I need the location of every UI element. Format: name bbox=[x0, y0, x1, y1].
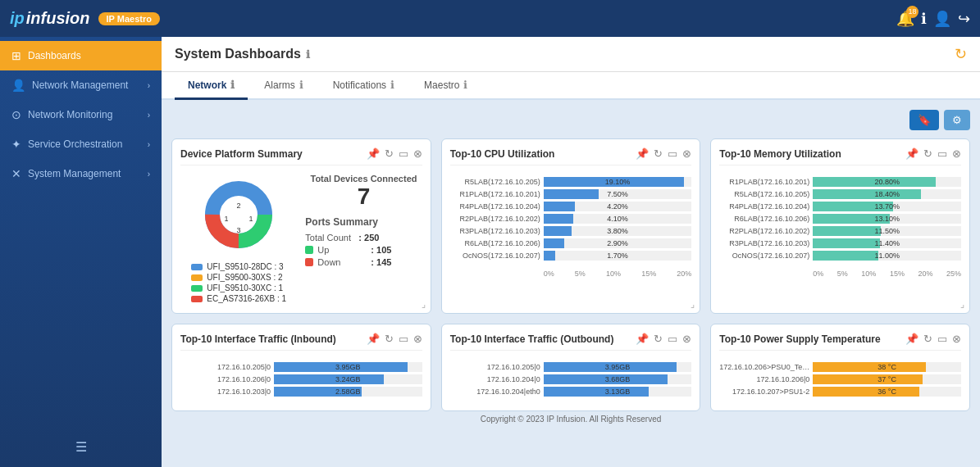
logout-icon[interactable]: ↪ bbox=[958, 10, 970, 28]
pwr-minimize-icon[interactable]: ▭ bbox=[937, 333, 947, 345]
refresh-widget-icon[interactable]: ↻ bbox=[385, 147, 394, 160]
sidebar-item-network-monitoring[interactable]: ⊙ Network Monitoring › bbox=[0, 100, 162, 129]
bar-label: R4PLAB(172.16.10.204) bbox=[719, 202, 809, 211]
bar-label: R2PLAB(172.16.10.202) bbox=[719, 227, 809, 235]
bookmark-button[interactable]: 🔖 bbox=[909, 110, 939, 130]
tab-maestro-label: Maestro bbox=[424, 79, 459, 91]
inb-minimize-icon[interactable]: ▭ bbox=[399, 333, 408, 345]
mem-resize-handle[interactable]: ⌟ bbox=[960, 299, 964, 310]
cpu-refresh-icon[interactable]: ↻ bbox=[654, 147, 663, 160]
bar-value: 3.95GB bbox=[605, 362, 631, 372]
cpu-pin-icon[interactable]: 📌 bbox=[636, 147, 649, 160]
bar-row: R6LAB(172.16.10.206)2.90% bbox=[450, 238, 692, 248]
sidebar-item-system-management[interactable]: ✕ System Management › bbox=[0, 159, 162, 188]
svg-text:1: 1 bbox=[225, 215, 229, 223]
bar-value: 3.13GB bbox=[605, 387, 631, 397]
pwr-pin-icon[interactable]: 📌 bbox=[905, 333, 918, 345]
svg-text:1: 1 bbox=[249, 215, 253, 223]
bar-fill bbox=[544, 251, 555, 261]
out-close-icon[interactable]: ⊗ bbox=[682, 333, 691, 345]
bar-fill bbox=[813, 251, 877, 261]
cpu-resize-handle[interactable]: ⌟ bbox=[691, 299, 695, 310]
inb-close-icon[interactable]: ⊗ bbox=[413, 333, 422, 345]
page-info-icon[interactable]: ℹ bbox=[306, 48, 310, 61]
user-icon[interactable]: 👤 bbox=[933, 10, 951, 28]
tab-network[interactable]: Network ℹ bbox=[175, 72, 248, 100]
bar-row: R2PLAB(172.16.10.202)11.50% bbox=[719, 226, 961, 236]
bar-container: 18.40% bbox=[813, 189, 961, 199]
out-pin-icon[interactable]: 📌 bbox=[636, 333, 649, 345]
tab-network-info[interactable]: ℹ bbox=[230, 79, 235, 91]
chevron-right-icon-3: › bbox=[148, 140, 150, 149]
cpu-bar-chart: R5LAB(172.16.10.205)19.10%R1PLAB(172.16.… bbox=[450, 174, 692, 266]
bar-label: R5LAB(172.16.10.205) bbox=[450, 178, 540, 186]
sidebar-label-dashboards: Dashboards bbox=[28, 50, 81, 61]
bar-row: R4PLAB(172.16.10.204)13.70% bbox=[719, 202, 961, 211]
system-management-icon: ✕ bbox=[11, 167, 21, 180]
inbound-bar-chart: 172.16.10.205|03.95GB172.16.10.206|03.24… bbox=[180, 359, 422, 402]
chevron-right-icon-4: › bbox=[148, 170, 150, 179]
bar-row: R5LAB(172.16.10.205)18.40% bbox=[719, 189, 961, 199]
pin-icon[interactable]: 📌 bbox=[367, 147, 380, 160]
notifications-icon[interactable]: 🔔 18 bbox=[896, 10, 914, 28]
bar-value: 11.50% bbox=[874, 226, 900, 236]
bar-container: 4.20% bbox=[544, 202, 692, 211]
mem-refresh-icon[interactable]: ↻ bbox=[923, 147, 932, 160]
bar-row: R2PLAB(172.16.10.202)4.10% bbox=[450, 214, 692, 224]
tab-notifications-info[interactable]: ℹ bbox=[390, 79, 394, 91]
cpu-minimize-icon[interactable]: ▭ bbox=[668, 147, 677, 160]
sidebar-item-network-management[interactable]: 👤 Network Management › bbox=[0, 70, 162, 100]
bar-container: 3.13GB bbox=[544, 387, 692, 397]
close-widget-icon[interactable]: ⊗ bbox=[413, 147, 422, 160]
bar-value: 4.20% bbox=[607, 202, 628, 211]
legend-color-green bbox=[191, 285, 203, 292]
tab-alarms-info[interactable]: ℹ bbox=[299, 79, 303, 91]
widget-memory-utilization: Top-10 Memory Utilization 📌 ↻ ▭ ⊗ R1PLAB… bbox=[710, 138, 970, 314]
tab-maestro-info[interactable]: ℹ bbox=[463, 79, 467, 91]
notification-badge: 18 bbox=[906, 6, 918, 18]
pwr-close-icon[interactable]: ⊗ bbox=[952, 333, 961, 345]
header-right: 🔔 18 ℹ 👤 ↪ bbox=[896, 10, 970, 28]
dashboard-area: 🔖 ⚙ Device Platform Summary 📌 ↻ ▭ ⊗ bbox=[162, 100, 980, 467]
bar-label: 172.16.10.205|0 bbox=[450, 363, 540, 371]
bar-container: 11.00% bbox=[813, 251, 961, 261]
bar-value: 11.40% bbox=[874, 238, 900, 248]
out-refresh-icon[interactable]: ↻ bbox=[654, 333, 663, 345]
bar-label: R5LAB(172.16.10.205) bbox=[719, 190, 809, 198]
legend-color-blue bbox=[191, 264, 203, 270]
widget-memory-header: Top-10 Memory Utilization 📌 ↻ ▭ ⊗ bbox=[719, 147, 961, 165]
pwr-refresh-icon[interactable]: ↻ bbox=[923, 333, 932, 345]
out-minimize-icon[interactable]: ▭ bbox=[668, 333, 677, 345]
tab-notifications[interactable]: Notifications ℹ bbox=[320, 72, 408, 100]
bar-fill bbox=[813, 387, 919, 397]
legend-item-green: UFI_S9510-30XC : 1 bbox=[191, 283, 286, 292]
sidebar-item-dashboards[interactable]: ⊞ Dashboards bbox=[0, 41, 162, 70]
bar-row: 172.16.10.204|eth03.13GB bbox=[450, 387, 692, 397]
minimize-icon[interactable]: ▭ bbox=[399, 147, 408, 160]
legend-color-red bbox=[191, 296, 203, 302]
mem-pin-icon[interactable]: 📌 bbox=[905, 147, 918, 160]
refresh-button[interactable]: ↻ bbox=[955, 45, 967, 63]
resize-handle[interactable]: ⌟ bbox=[422, 299, 426, 310]
sidebar-item-service-orchestration[interactable]: ✦ Service Orchestration › bbox=[0, 129, 162, 159]
mem-close-icon[interactable]: ⊗ bbox=[952, 147, 961, 160]
widget-grid-row1: Device Platform Summary 📌 ↻ ▭ ⊗ bbox=[171, 138, 970, 314]
legend-label-2: UFI_S9510-30XC : 1 bbox=[207, 283, 283, 292]
tab-alarms[interactable]: Alarms ℹ bbox=[251, 72, 316, 100]
widget-device-platform-actions: 📌 ↻ ▭ ⊗ bbox=[367, 147, 422, 160]
sidebar-menu-icon[interactable]: ☰ bbox=[75, 439, 87, 455]
widget-grid-row2: Top-10 Interface Traffic (Inbound) 📌 ↻ ▭… bbox=[171, 324, 970, 411]
bar-label: R6LAB(172.16.10.206) bbox=[719, 215, 809, 223]
info-icon[interactable]: ℹ bbox=[921, 10, 927, 28]
inb-pin-icon[interactable]: 📌 bbox=[367, 333, 380, 345]
tab-maestro[interactable]: Maestro ℹ bbox=[411, 72, 481, 100]
bar-label: R4PLAB(172.16.10.204) bbox=[450, 202, 540, 211]
ip-maestro-badge: IP Maestro bbox=[98, 12, 160, 25]
inb-refresh-icon[interactable]: ↻ bbox=[385, 333, 394, 345]
legend-label-1: UFI_S9500-30XS : 2 bbox=[207, 273, 282, 282]
sidebar: ⊞ Dashboards 👤 Network Management › ⊙ Ne… bbox=[0, 37, 162, 467]
cpu-close-icon[interactable]: ⊗ bbox=[682, 147, 691, 160]
port-up-dot bbox=[305, 246, 313, 254]
settings-button[interactable]: ⚙ bbox=[944, 110, 970, 130]
mem-minimize-icon[interactable]: ▭ bbox=[937, 147, 947, 160]
